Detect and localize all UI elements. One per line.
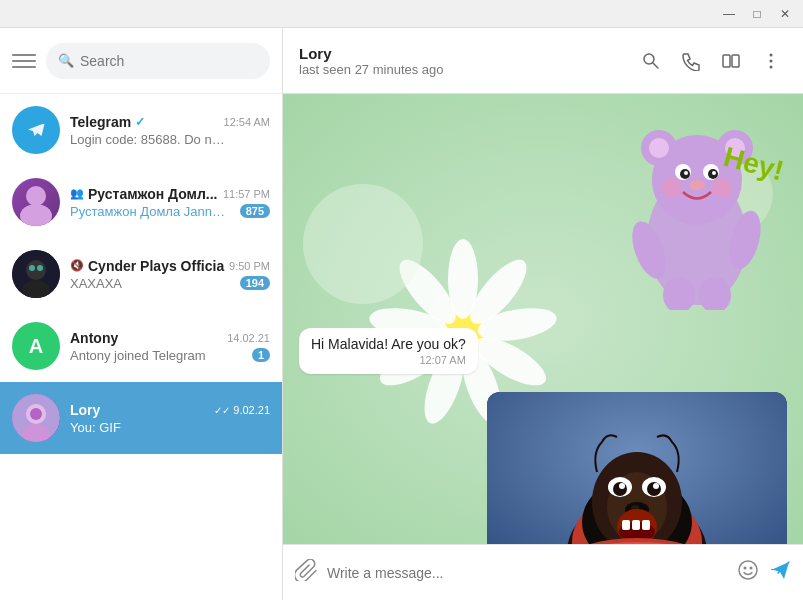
svg-point-1 [26,186,46,206]
chat-name-rustam: 👥 Рустамжон Домл... [70,186,217,202]
svg-point-76 [739,561,757,579]
chat-info-rustam: 👥 Рустамжон Домл... 11:57 PM Рустамжон Д… [70,186,270,219]
message-time-incoming: 12:07 AM [419,354,465,366]
group-icon: 👥 [70,187,84,200]
svg-point-45 [712,171,716,175]
close-button[interactable]: ✕ [771,0,799,28]
chat-header-name: Lory [299,45,623,62]
svg-rect-70 [622,520,630,530]
sidebar: 🔍 Telegram ✓ [0,28,283,600]
search-chat-button[interactable] [635,45,667,77]
messages-content: Hey! Hi Malavida! Are you ok? 12:07 AM [299,110,787,544]
verified-icon: ✓ [135,115,145,129]
svg-point-38 [649,138,669,158]
chat-info-lory: Lory ✓✓ 9.02.21 You: GIF [70,402,270,435]
chat-name-antony: Antony [70,330,118,346]
svg-point-4 [26,260,46,280]
chat-header-info: Lory last seen 27 minutes ago [299,45,623,77]
svg-rect-14 [723,55,730,67]
avatar-telegram [12,106,60,154]
send-button[interactable] [769,559,791,587]
titlebar: — □ ✕ [0,0,803,28]
emoji-button[interactable] [737,559,759,586]
chat-time-telegram: 12:54 AM [224,116,270,128]
columns-button[interactable] [715,45,747,77]
chat-item-telegram[interactable]: Telegram ✓ 12:54 AM Login code: 85688. D… [0,94,282,166]
svg-rect-71 [632,520,640,530]
chat-name-cynder: 🔇 Cynder Plays Official [70,258,225,274]
search-icon: 🔍 [58,53,74,68]
sidebar-header: 🔍 [0,28,282,94]
chat-preview-antony: Antony joined Telegram [70,348,206,363]
badge-rustam: 875 [240,204,270,218]
message-meta-incoming: 12:07 AM [311,354,466,366]
chat-preview-telegram: Login code: 85688. Do not give thi... [70,132,230,147]
message-gif-row: GIF [299,392,787,544]
svg-point-18 [770,65,773,68]
chat-preview-cynder: ХАХАХА [70,276,122,291]
chat-header-actions [635,45,787,77]
chat-info-antony: Antony 14.02.21 Antony joined Telegram 1 [70,330,270,363]
chat-name-telegram: Telegram ✓ [70,114,145,130]
svg-point-11 [30,408,42,420]
svg-point-17 [770,59,773,62]
search-box[interactable]: 🔍 [46,43,270,79]
sticker-area: Hey! [299,110,787,310]
svg-point-2 [20,204,52,226]
input-area [283,544,803,600]
svg-point-64 [619,483,625,489]
chat-time-rustam: 11:57 PM [223,188,270,200]
chat-item-lory[interactable]: Lory ✓✓ 9.02.21 You: GIF [0,382,282,454]
chat-time-antony: 14.02.21 [227,332,270,344]
svg-point-44 [684,171,688,175]
svg-point-16 [770,53,773,56]
svg-point-65 [653,483,659,489]
search-input[interactable] [80,53,258,69]
chat-item-cynder[interactable]: 🔇 Cynder Plays Official 9:50 PM ХАХАХА 1… [0,238,282,310]
menu-button[interactable] [12,49,36,73]
avatar-rustam [12,178,60,226]
chat-info-cynder: 🔇 Cynder Plays Official 9:50 PM ХАХАХА 1… [70,258,270,291]
badge-antony: 1 [252,348,270,362]
chat-area: Lory last seen 27 minutes ago [283,28,803,600]
badge-cynder: 194 [240,276,270,290]
svg-point-48 [712,178,732,198]
chat-info-telegram: Telegram ✓ 12:54 AM Login code: 85688. D… [70,114,270,147]
chat-header-status: last seen 27 minutes ago [299,62,623,77]
svg-point-47 [662,178,682,198]
muted-icon: 🔇 [70,259,84,272]
avatar-antony: A [12,322,60,370]
avatar-cynder [12,250,60,298]
chat-time-lory: ✓✓ 9.02.21 [214,404,270,416]
chat-preview-lory: You: GIF [70,420,121,435]
svg-point-46 [689,180,705,190]
read-check-icon: ✓✓ [214,405,230,416]
message-text-incoming: Hi Malavida! Are you ok? [311,336,466,352]
message-bubble-incoming: Hi Malavida! Are you ok? 12:07 AM [299,328,478,374]
more-options-button[interactable] [755,45,787,77]
chat-header: Lory last seen 27 minutes ago [283,28,803,94]
avatar-lory [12,394,60,442]
message-incoming-row: Hi Malavida! Are you ok? 12:07 AM [299,328,787,374]
svg-point-78 [750,567,753,570]
gif-image: IT'S COLD! [487,392,787,544]
svg-rect-72 [642,520,650,530]
messages-area[interactable]: Hey! Hi Malavida! Are you ok? 12:07 AM [283,94,803,544]
chat-preview-rustam: Рустамжон Домла Jannат ... [70,204,230,219]
message-gif: GIF [487,392,787,544]
svg-point-7 [37,265,43,271]
call-button[interactable] [675,45,707,77]
svg-rect-15 [732,55,739,67]
chat-name-lory: Lory [70,402,100,418]
svg-point-6 [29,265,35,271]
sticker-hey: Hey! [607,110,787,310]
chat-item-antony[interactable]: A Antony 14.02.21 Antony joined Telegram… [0,310,282,382]
svg-line-13 [653,63,658,68]
chat-item-rustam[interactable]: 👥 Рустамжон Домл... 11:57 PM Рустамжон Д… [0,166,282,238]
minimize-button[interactable]: — [715,0,743,28]
chat-list: Telegram ✓ 12:54 AM Login code: 85688. D… [0,94,282,600]
attach-button[interactable] [295,559,317,586]
svg-point-77 [744,567,747,570]
message-input[interactable] [327,565,727,581]
maximize-button[interactable]: □ [743,0,771,28]
